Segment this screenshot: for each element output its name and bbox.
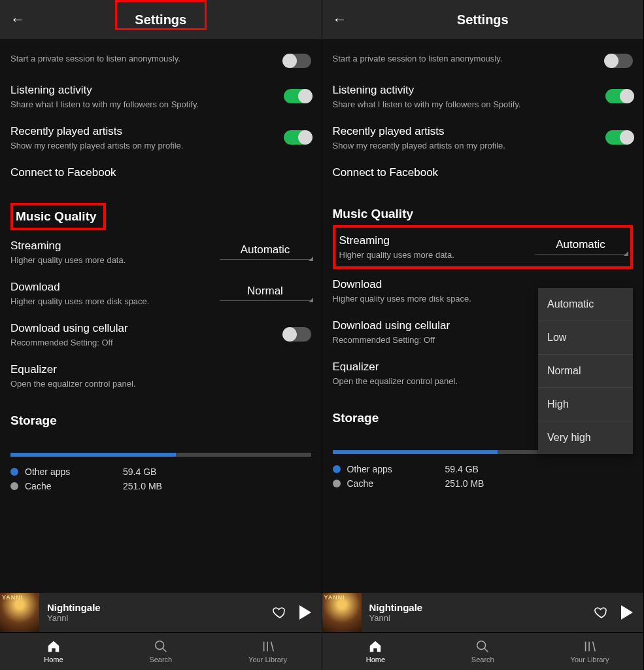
storage-block: Other apps 59.4 GB Cache 251.0 MB [10, 432, 311, 493]
dot-icon [333, 465, 341, 473]
svg-line-4 [271, 642, 273, 652]
row-title: Listening activity [333, 84, 606, 97]
row-equalizer[interactable]: Equalizer Open the equalizer control pan… [10, 354, 311, 395]
home-icon [46, 639, 61, 654]
header: ← Settings [0, 0, 322, 39]
quality-option-low[interactable]: Low [538, 321, 633, 355]
storage-label: Other apps [25, 467, 123, 477]
row-private-session[interactable]: ▬▬▬▬▬ Start a private session to listen … [333, 39, 634, 75]
album-art[interactable]: YANNI [0, 593, 39, 632]
dropdown-download-quality[interactable]: Normal [220, 281, 311, 301]
storage-label: Cache [25, 481, 123, 491]
storage-value: 251.0 MB [123, 481, 162, 491]
screen-right: ← Settings ▬▬▬▬▬ Start a private session… [322, 0, 645, 670]
toggle-private-session[interactable] [284, 54, 311, 68]
settings-content[interactable]: ▬▬▬▬▬ Start a private session to listen … [0, 39, 322, 593]
row-listening-activity[interactable]: Listening activity Share what I listen t… [10, 75, 311, 116]
row-title: Equalizer [10, 363, 311, 376]
storage-value: 251.0 MB [445, 478, 484, 489]
section-music-quality: Music Quality [333, 188, 634, 225]
library-icon [583, 639, 597, 654]
toggle-listening-activity[interactable] [605, 89, 633, 103]
toggle-listening-activity[interactable] [284, 89, 311, 103]
track-artist: Yanni [47, 613, 265, 623]
row-subtitle: Start a private session to listen anonym… [333, 54, 606, 63]
storage-bar [10, 453, 311, 457]
row-subtitle: Higher quality uses more data. [10, 255, 220, 265]
row-subtitle: Higher quality uses more disk space. [10, 296, 220, 306]
quality-option-normal[interactable]: Normal [538, 355, 633, 388]
nav-search[interactable]: Search [429, 633, 536, 670]
dot-icon [333, 480, 341, 487]
row-private-session[interactable]: ▬▬▬▬▬ Start a private session to listen … [10, 39, 311, 75]
storage-value: 59.4 GB [445, 464, 479, 474]
back-icon[interactable]: ← [333, 11, 347, 28]
settings-content[interactable]: ▬▬▬▬▬ Start a private session to listen … [322, 39, 644, 593]
row-subtitle: Share what I listen to with my followers… [333, 99, 606, 109]
row-recently-played[interactable]: Recently played artists Show my recently… [333, 116, 634, 157]
search-icon [154, 639, 168, 654]
row-listening-activity[interactable]: Listening activity Share what I listen t… [333, 75, 634, 116]
row-streaming[interactable]: Streaming Higher quality uses more data.… [10, 230, 311, 272]
row-title: Download using cellular [10, 322, 284, 335]
play-icon[interactable] [621, 605, 633, 620]
home-icon [368, 639, 382, 654]
album-art[interactable]: YANNI [322, 593, 362, 632]
row-subtitle: Share what I listen to with my followers… [10, 99, 284, 109]
row-connect-facebook[interactable]: Connect to Facebook [333, 157, 634, 188]
search-icon [475, 639, 490, 654]
quality-option-very-high[interactable]: Very high [538, 421, 633, 454]
library-icon [261, 639, 275, 654]
album-art-text: YANNI [2, 594, 23, 601]
row-subtitle: Show my recently played artists on my pr… [333, 141, 606, 150]
row-download[interactable]: Download Higher quality uses more disk s… [10, 272, 311, 313]
now-playing-bar[interactable]: YANNI Nightingale Yanni [0, 593, 322, 632]
row-download-cellular[interactable]: Download using cellular Recommended Sett… [10, 313, 311, 354]
row-title: Connect to Facebook [333, 166, 634, 179]
row-subtitle: Show my recently played artists on my pr… [10, 141, 284, 150]
nav-home[interactable]: Home [322, 633, 430, 670]
heart-icon[interactable] [587, 605, 616, 620]
nav-label: Home [366, 656, 385, 663]
storage-other-apps: Other apps 59.4 GB [333, 462, 634, 476]
toggle-recently-played[interactable] [605, 130, 633, 145]
dropdown-streaming-quality[interactable]: Automatic [535, 234, 626, 255]
row-connect-facebook[interactable]: Connect to Facebook [10, 157, 311, 188]
svg-line-9 [593, 642, 596, 652]
nav-label: Search [149, 656, 172, 663]
toggle-download-cellular[interactable] [284, 327, 311, 342]
row-streaming[interactable]: Streaming Higher quality uses more data.… [333, 225, 634, 269]
nav-label: Your Library [248, 656, 287, 663]
dot-icon [10, 482, 18, 490]
track-title: Nightingale [369, 602, 588, 613]
page-title: Settings [135, 12, 186, 27]
nav-label: Your Library [571, 656, 609, 663]
storage-label: Cache [347, 478, 445, 489]
row-title: Listening activity [10, 84, 284, 97]
play-icon[interactable] [299, 605, 311, 620]
toggle-recently-played[interactable] [284, 130, 311, 145]
row-subtitle: Start a private session to listen anonym… [10, 54, 284, 63]
back-icon[interactable]: ← [10, 11, 25, 28]
page-title: Settings [457, 12, 509, 27]
dropdown-streaming-quality[interactable]: Automatic [220, 239, 311, 260]
storage-cache: Cache 251.0 MB [10, 479, 311, 493]
heart-icon[interactable] [265, 605, 294, 620]
nav-library[interactable]: Your Library [214, 633, 322, 670]
storage-label: Other apps [347, 464, 445, 474]
nav-search[interactable]: Search [107, 633, 214, 670]
nav-home[interactable]: Home [0, 633, 107, 670]
toggle-private-session[interactable] [605, 54, 633, 68]
nav-label: Home [44, 656, 63, 663]
quality-option-high[interactable]: High [538, 388, 633, 421]
svg-line-6 [484, 648, 488, 652]
svg-point-5 [477, 641, 486, 650]
quality-option-automatic[interactable]: Automatic [538, 288, 633, 321]
now-playing-bar[interactable]: YANNI Nightingale Yanni [322, 593, 644, 632]
row-title: ▬▬▬▬▬ [333, 48, 606, 51]
nav-library[interactable]: Your Library [536, 633, 643, 670]
row-recently-played[interactable]: Recently played artists Show my recently… [10, 116, 311, 157]
row-subtitle: Higher quality uses more data. [339, 250, 535, 260]
bottom-nav: Home Search Your Library [322, 632, 644, 670]
bottom-nav: Home Search Your Library [0, 632, 322, 670]
